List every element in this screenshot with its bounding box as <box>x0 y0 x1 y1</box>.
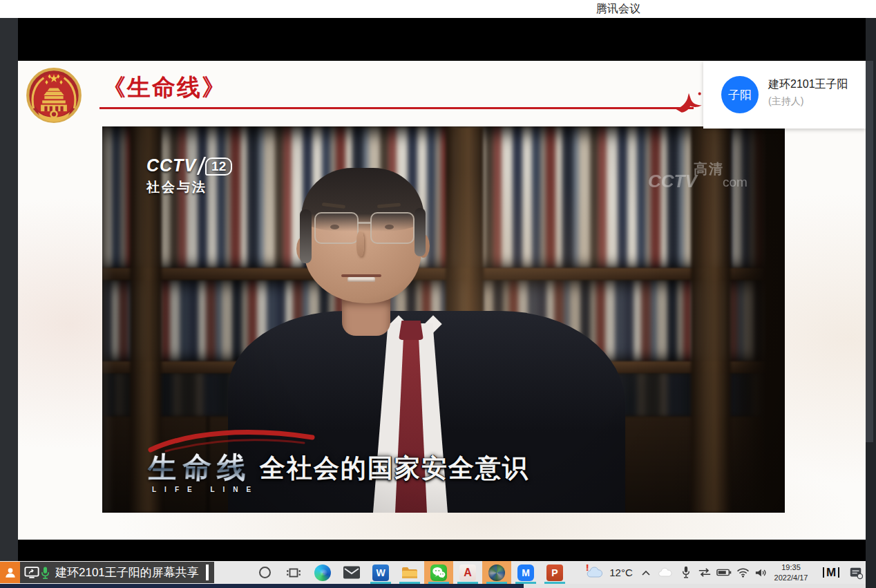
file-explorer-icon <box>401 566 418 580</box>
share-banner-handle[interactable] <box>206 565 209 580</box>
video-caption: 全社会的国家安全意识 <box>260 451 529 486</box>
wifi-icon <box>736 567 750 578</box>
share-banner-label: 建环2101王子阳的屏幕共享 <box>55 565 199 580</box>
mail-icon <box>343 566 360 579</box>
taskbar-icon-document-a[interactable]: A <box>453 561 482 584</box>
shared-slide: 《生命线》 <box>18 61 866 540</box>
weather-cloud-icon <box>587 567 603 579</box>
participant-role-badge: (主持人) <box>768 95 803 108</box>
china-national-emblem-icon <box>25 66 83 124</box>
watermark-cctv: CCTV <box>648 171 697 192</box>
taskbar-icon-mail[interactable] <box>337 561 366 584</box>
running-indicator <box>515 582 536 584</box>
participant-avatar: 子阳 <box>721 76 759 113</box>
tray-hidden-icons-button[interactable] <box>637 561 655 584</box>
taskbar-icon-powerpoint[interactable]: P <box>540 561 569 584</box>
embedded-video-player: CCTV12 社会与法 CCTV 高清 com 生命线 LIFE LINE 全社… <box>102 126 785 513</box>
running-indicator <box>370 582 391 584</box>
left-dark-rail <box>0 18 18 561</box>
notification-center-button[interactable] <box>846 561 866 584</box>
tray-microphone-icon <box>681 566 691 579</box>
clock-date: 2022/4/17 <box>774 573 808 582</box>
taskbar-icon-task-view[interactable] <box>279 561 308 584</box>
participant-panel[interactable]: 子阳 建环2101王子阳 (主持人) <box>703 61 866 129</box>
channel-number-badge: 12 <box>205 158 232 176</box>
weather-alert-badge: ! <box>586 562 589 573</box>
shared-screen-bottom-letterbox <box>18 540 866 561</box>
taskbar-icon-word[interactable]: W <box>366 561 395 584</box>
battery-icon <box>716 568 732 577</box>
taskbar-icon-cortana[interactable] <box>250 561 279 584</box>
chevron-up-icon <box>641 569 651 576</box>
taskbar-icon-wechat[interactable] <box>424 561 453 584</box>
program-logo-english: LIFE LINE <box>152 486 259 493</box>
tray-sync-button[interactable] <box>695 561 714 584</box>
title-underline <box>99 107 694 109</box>
cctv12-channel-logo: CCTV12 社会与法 <box>146 155 232 196</box>
clock-time: 19:35 <box>781 562 801 572</box>
taskbar-icon-browser-globe[interactable] <box>482 561 511 584</box>
powerpoint-icon: P <box>546 565 563 581</box>
tray-battery-button[interactable] <box>714 561 734 584</box>
notification-center-icon <box>849 566 863 580</box>
speaker-icon <box>754 567 767 578</box>
tencent-meeting-icon: M <box>517 565 534 581</box>
taskbar-app-icons: W A <box>250 561 569 584</box>
globe-icon <box>488 565 505 581</box>
tray-weather-button[interactable]: ! <box>584 561 605 584</box>
edge-browser-icon <box>314 565 331 581</box>
channel-name: 社会与法 <box>146 178 232 196</box>
tray-volume-button[interactable] <box>752 561 770 584</box>
participant-name: 建环2101王子阳 <box>768 77 861 92</box>
tray-network-button[interactable] <box>734 561 752 584</box>
cortana-icon <box>259 567 271 578</box>
screen-share-icon <box>24 566 39 579</box>
word-icon: W <box>372 565 389 581</box>
cctv-hd-watermark: CCTV 高清 com <box>648 160 765 194</box>
running-indicator <box>399 582 420 584</box>
tray-m-app-button[interactable]: M <box>819 561 843 584</box>
task-view-icon <box>286 565 301 580</box>
running-indicator <box>457 582 478 584</box>
watermark-com: com <box>723 175 748 190</box>
program-logo-chinese: 生命线 <box>147 448 253 487</box>
slide-title: 《生命线》 <box>102 72 227 104</box>
tray-onedrive-button[interactable] <box>655 561 676 584</box>
running-indicator <box>428 582 449 584</box>
onedrive-cloud-icon <box>658 567 673 578</box>
sync-arrows-icon <box>698 567 712 578</box>
cctv-wordmark: CCTV <box>146 155 196 175</box>
person-icon <box>3 566 17 580</box>
bottom-window-edge <box>0 584 876 588</box>
running-indicator <box>486 582 507 584</box>
screen: 腾讯会议 <box>0 0 876 588</box>
participant-list-button[interactable] <box>0 562 20 583</box>
m-logo-icon: M <box>823 567 839 578</box>
taskbar-icon-file-explorer[interactable] <box>395 561 424 584</box>
meeting-window-title: 腾讯会议 <box>566 2 670 17</box>
tray-clock[interactable]: 19:35 2022/4/17 <box>770 561 812 584</box>
wechat-icon <box>430 565 447 581</box>
running-indicator <box>544 582 565 584</box>
taskbar-icon-edge[interactable] <box>308 561 337 584</box>
right-scrollbar[interactable] <box>866 61 873 442</box>
shared-screen-top-letterbox <box>18 18 866 61</box>
tray-microphone-button[interactable] <box>677 561 695 584</box>
tray-temperature[interactable]: 12°C <box>605 561 637 584</box>
taskbar-icon-tencent-meeting[interactable]: M <box>511 561 540 584</box>
share-banner[interactable]: 建环2101王子阳的屏幕共享 <box>20 562 214 583</box>
red-flourish-icon <box>673 84 705 113</box>
microphone-on-icon <box>39 565 51 580</box>
watermark-hd: 高清 <box>694 160 724 178</box>
document-a-icon: A <box>459 565 476 581</box>
screen-share-indicator[interactable]: 建环2101王子阳的屏幕共享 <box>0 562 214 583</box>
meeting-window-titlebar: 腾讯会议 <box>0 0 876 18</box>
